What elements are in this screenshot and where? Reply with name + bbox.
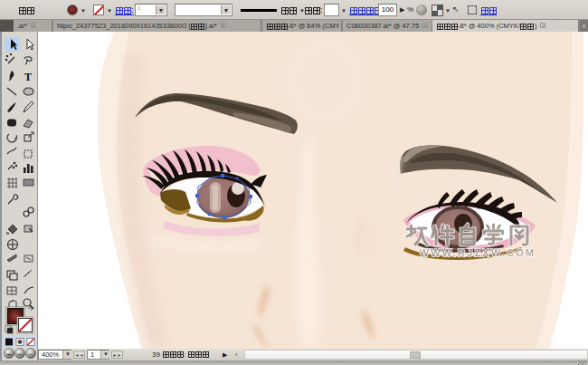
svg-text:WWW.RJZXW.COM: WWW.RJZXW.COM (420, 247, 536, 258)
svg-text:T: T (24, 71, 32, 83)
